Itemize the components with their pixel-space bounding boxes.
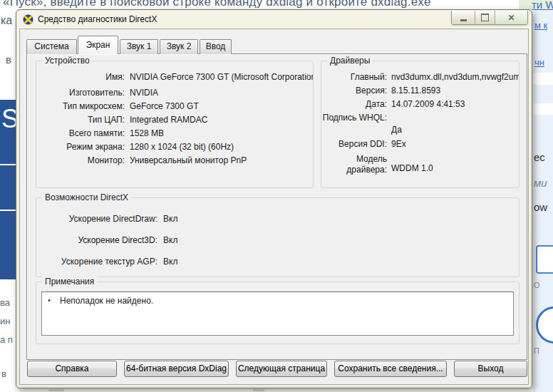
tab-display[interactable]: Экран: [78, 36, 118, 54]
window-title: Средство диагностики DirectX: [38, 14, 157, 24]
feature-row: Ускорение DirectDraw:Вкл: [36, 214, 519, 224]
features-rows: Ускорение DirectDraw:Вкл Ускорение Direc…: [36, 198, 519, 267]
tab-sound1[interactable]: Звук 1: [120, 39, 158, 54]
dxdiag-64bit-button[interactable]: 64-битная версия DxDiag: [124, 361, 229, 377]
driver-row: Дата:14.07.2009 4:41:53: [321, 98, 519, 111]
exit-button[interactable]: Выход: [454, 361, 527, 377]
group-drivers: Драйверы Главный:nvd3dumx.dll,nvd3dum,nv…: [321, 61, 520, 188]
next-page-button[interactable]: Следующая страница: [236, 361, 327, 377]
drivers-rows: Главный:nvd3dumx.dll,nvd3dum,nvwgf2umx.d…: [321, 61, 519, 175]
bg-text-fragment: [253, 389, 264, 391]
help-button[interactable]: Справка: [27, 361, 117, 377]
bg-text-fragment: а п: [0, 334, 13, 345]
driver-row: Версия DDI:9Ex: [321, 138, 519, 151]
close-icon: ✕: [507, 14, 515, 22]
bg-link-fragment[interactable]: ти W: [532, 0, 553, 11]
bg-link-fragment[interactable]: м к: [534, 20, 547, 31]
bg-text-fragment: в: [1, 368, 6, 379]
device-row: Всего памяти:1528 MB: [36, 127, 313, 140]
device-row: Тип микросхем:GeForce 7300 GT: [36, 100, 313, 113]
group-directx-features: Возможности DirectX Ускорение DirectDraw…: [36, 197, 520, 277]
minimize-button[interactable]: [452, 11, 475, 24]
tab-input[interactable]: Ввод: [200, 39, 232, 54]
close-button[interactable]: ✕: [495, 11, 527, 24]
bg-list-band: [533, 103, 553, 115]
device-row: Монитор:Универсальный монитор PnP: [36, 154, 313, 167]
device-row: Режим экрана:1280 x 1024 (32 bit) (60Hz): [36, 140, 313, 154]
display-tab-panel: Устройство Имя:NVIDIA GeForce 7300 GT (M…: [26, 53, 527, 360]
dxdiag-window: Средство диагностики DirectX ✕ Система Э…: [16, 9, 532, 388]
bg-text-fragment: ми: [534, 177, 547, 189]
notes-textbox[interactable]: • Неполадок не найдено.: [41, 292, 514, 336]
bg-text-fragment: ва: [0, 297, 10, 308]
bg-banner-divider: [0, 164, 16, 165]
dialog-client-area: Система Экран Звук 1 Звук 2 Ввод Устройс…: [19, 29, 529, 385]
save-all-info-button[interactable]: Сохранить все сведения...: [334, 361, 447, 377]
tab-system[interactable]: Система: [26, 39, 77, 54]
group-device: Устройство Имя:NVIDIA GeForce 7300 GT (M…: [36, 61, 314, 188]
group-drivers-title: Драйверы: [327, 56, 373, 66]
bg-instruction-text: «Пуск», введите в поисковой строке коман…: [3, 0, 431, 9]
bg-text-fragment: О: [534, 281, 540, 289]
driver-row: Главный:nvd3dumx.dll,nvd3dum,nvwgf2umx.d…: [321, 71, 519, 84]
tab-sound2[interactable]: Звук 2: [160, 39, 198, 54]
group-device-title: Устройство: [42, 56, 93, 66]
bg-text-fragment: в: [6, 53, 11, 66]
device-row: Тип ЦАП:Integrated RAMDAC: [36, 113, 313, 127]
driver-row: Версия:8.15.11.8593: [321, 84, 519, 98]
bg-circle-icon: [536, 306, 553, 344]
notes-item: • Неполадок не найдено.: [42, 292, 513, 306]
tab-bar: Система Экран Звук 1 Звук 2 Ввод: [26, 36, 233, 54]
bg-text-fragment: П: [534, 346, 539, 355]
bg-right-panel: м к чн ес ми ow О П: [533, 10, 553, 392]
driver-row: Подпись WHQL:Да: [321, 111, 519, 137]
bg-banner-divider: [0, 210, 16, 211]
group-notes: Примечания • Неполадок не найдено.: [36, 282, 520, 344]
minimize-icon: [460, 19, 467, 21]
bullet-icon: •: [42, 295, 56, 306]
driver-row: Модель драйвера:WDDM 1.0: [321, 153, 519, 175]
directx-icon: [23, 14, 33, 25]
window-controls: ✕: [451, 11, 528, 25]
bg-text-fragment: ин: [0, 316, 10, 326]
bg-square-icon: [536, 245, 553, 274]
maximize-button[interactable]: [475, 11, 495, 24]
group-notes-title: Примечания: [42, 277, 97, 287]
device-row: Имя:NVIDIA GeForce 7300 GT (Microsoft Co…: [36, 71, 313, 84]
bg-text-fragment: ес: [534, 151, 545, 163]
feature-row: Ускорение Direct3D:Вкл: [36, 235, 519, 245]
device-row: Изготовитель:NVIDIA: [36, 86, 313, 100]
group-features-title: Возможности DirectX: [42, 192, 131, 203]
bg-blue-banner: S: [0, 100, 16, 279]
feature-row: Ускорение текстур AGP:Вкл: [36, 257, 519, 267]
footer-button-row: Справка 64-битная версия DxDiag Следующа…: [27, 361, 527, 377]
bg-text-fragment: ow: [534, 201, 547, 213]
maximize-icon: [481, 14, 489, 21]
bg-text-fragment: [48, 389, 64, 391]
bg-text-fragment: ка: [1, 14, 12, 27]
bg-list-band: [533, 73, 553, 85]
device-rows: Имя:NVIDIA GeForce 7300 GT (Microsoft Co…: [36, 61, 313, 167]
bg-link-fragment[interactable]: чн: [534, 57, 544, 68]
